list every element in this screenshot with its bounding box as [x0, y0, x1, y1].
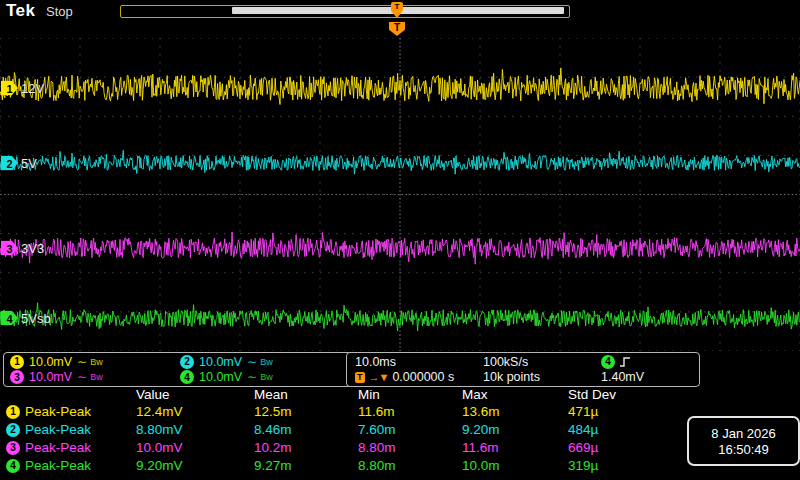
trigger-t-symbol: T: [391, 2, 403, 12]
ch4-badge: 4: [6, 459, 20, 473]
trigger-level-value: 1.40mV: [601, 370, 644, 384]
meas-header-mean: Mean: [254, 386, 358, 403]
ch2-bandwidth-limit-icon: Bw: [260, 355, 273, 367]
ch1-vertical-readout[interactable]: 1 10.0mV ∼ Bw: [10, 355, 180, 369]
ch1-scale-value: 10.0mV: [29, 355, 72, 369]
ch2-ac-coupling-icon: ∼: [247, 355, 257, 369]
meas-name-label: Peak-Peak: [25, 439, 91, 457]
ch1-ground-marker[interactable]: 1 12V: [1, 81, 44, 96]
ch3-ac-coupling-icon: ∼: [77, 370, 87, 384]
acquisition-status: Stop: [46, 4, 73, 19]
trigger-source-badge: 4: [601, 355, 615, 369]
ch2-scale-value: 10.0mV: [199, 355, 242, 369]
ch2-ground-marker[interactable]: 2 5V: [1, 156, 37, 171]
record-length-readout: 10k points: [483, 370, 601, 384]
meas-ch1-min: 11.6m: [358, 403, 462, 421]
graticule[interactable]: [0, 38, 800, 351]
trigger-position-flag[interactable]: T: [389, 22, 405, 36]
meas-ch4-max: 10.0m: [462, 457, 568, 475]
trigger-level-readout[interactable]: 1.40mV: [601, 370, 691, 384]
meas-header-max: Max: [462, 386, 568, 403]
meas-ch1-max: 13.6m: [462, 403, 568, 421]
meas-ch2-value: 8.80mV: [136, 421, 254, 439]
meas-ch2-stddev: 484µ: [568, 421, 684, 439]
ch3-scale-value: 10.0mV: [29, 370, 72, 384]
ch2-badge: 2: [180, 355, 194, 369]
meas-name-label: Peak-Peak: [25, 421, 91, 439]
trigger-source-readout[interactable]: 4: [601, 355, 691, 369]
meas-row-ch4-name: 4 Peak-Peak: [6, 457, 136, 475]
vertical-readouts: 1 10.0mV ∼ Bw 2 10.0mV ∼ Bw 3 10.0mV ∼ B…: [3, 352, 357, 387]
ch3-ground-marker[interactable]: 3 3V3: [1, 241, 44, 256]
horizontal-scale-value: 10.0ms: [355, 355, 396, 369]
ch1-badge: 1: [10, 355, 24, 369]
meas-ch3-min: 8.80m: [358, 439, 462, 457]
meas-ch3-mean: 10.2m: [254, 439, 358, 457]
trigger-arrows-icon: →▼: [369, 371, 389, 383]
time-value: 16:50:49: [718, 442, 769, 457]
meas-header-min: Min: [358, 386, 462, 403]
meas-ch2-mean: 8.46m: [254, 421, 358, 439]
meas-ch2-max: 9.20m: [462, 421, 568, 439]
ch3-badge: 3: [6, 441, 20, 455]
trigger-delay-value: 0.000000 s: [392, 370, 454, 384]
rising-edge-icon: [619, 355, 631, 369]
meas-ch4-stddev: 319µ: [568, 457, 684, 475]
ch2-label: 5V: [21, 156, 37, 171]
ch3-badge: 3: [10, 370, 24, 384]
ch2-vertical-readout[interactable]: 2 10.0mV ∼ Bw: [180, 355, 350, 369]
meas-ch4-mean: 9.27m: [254, 457, 358, 475]
ch3-marker-badge: 3: [1, 241, 18, 256]
ch1-bandwidth-limit-icon: Bw: [90, 355, 103, 367]
ch4-scale-value: 10.0mV: [199, 370, 242, 384]
meas-name-label: Peak-Peak: [25, 457, 91, 475]
ch4-label: 5Vsb: [21, 311, 51, 326]
measurement-table: Value Mean Min Max Std Dev 1 Peak-Peak 1…: [6, 386, 684, 475]
ch1-label: 12V: [21, 81, 44, 96]
oscilloscope-screen: Tek Stop T T 1 12V 2 5V 3 3V3 4 5Vsb 1 1…: [0, 0, 800, 480]
ch1-ac-coupling-icon: ∼: [77, 355, 87, 369]
ch3-label: 3V3: [21, 241, 44, 256]
meas-ch4-min: 8.80m: [358, 457, 462, 475]
sample-rate-readout: 100kS/s: [483, 355, 601, 369]
meas-ch2-min: 7.60m: [358, 421, 462, 439]
sample-rate-value: 100kS/s: [483, 355, 528, 369]
ch1-badge: 1: [6, 405, 20, 419]
horizontal-scale-readout[interactable]: 10.0ms: [355, 355, 483, 369]
meas-ch1-mean: 12.5m: [254, 403, 358, 421]
trigger-down-arrow-icon: [392, 12, 402, 18]
meas-row-ch3-name: 3 Peak-Peak: [6, 439, 136, 457]
meas-header-spacer: [6, 386, 136, 403]
ch3-bandwidth-limit-icon: Bw: [90, 370, 103, 382]
record-length-value: 10k points: [483, 370, 540, 384]
record-bar-trigger-marker[interactable]: T: [391, 2, 403, 18]
meas-ch1-stddev: 471µ: [568, 403, 684, 421]
meas-row-ch2-name: 2 Peak-Peak: [6, 421, 136, 439]
meas-ch3-max: 11.6m: [462, 439, 568, 457]
meas-header-stddev: Std Dev: [568, 386, 684, 403]
ch4-bandwidth-limit-icon: Bw: [260, 370, 273, 382]
ch3-waveform[interactable]: [0, 232, 800, 264]
ch2-badge: 2: [6, 423, 20, 437]
meas-ch4-value: 9.20mV: [136, 457, 254, 475]
date-value: 8 Jan 2026: [711, 426, 775, 441]
ch1-marker-badge: 1: [1, 81, 18, 96]
meas-ch3-stddev: 669µ: [568, 439, 684, 457]
ch4-vertical-readout[interactable]: 4 10.0mV ∼ Bw: [180, 370, 350, 384]
ch4-badge: 4: [180, 370, 194, 384]
record-view-bar[interactable]: [120, 5, 570, 18]
meas-ch3-value: 10.0mV: [136, 439, 254, 457]
ch4-marker-badge: 4: [1, 311, 18, 326]
meas-ch1-value: 12.4mV: [136, 403, 254, 421]
tek-logo: Tek: [6, 1, 36, 21]
horizontal-trigger-readouts: 10.0ms 100kS/s 4 T →▼ 0.000000 s 10k poi…: [346, 352, 700, 387]
meas-name-label: Peak-Peak: [25, 403, 91, 421]
ch3-vertical-readout[interactable]: 3 10.0mV ∼ Bw: [10, 370, 180, 384]
trigger-t-icon: T: [355, 372, 365, 383]
ch4-ground-marker[interactable]: 4 5Vsb: [1, 311, 51, 326]
datetime-box: 8 Jan 2026 16:50:49: [687, 416, 800, 466]
meas-header-value: Value: [136, 386, 254, 403]
ch2-marker-badge: 2: [1, 156, 18, 171]
trigger-delay-readout[interactable]: T →▼ 0.000000 s: [355, 370, 483, 384]
ch4-ac-coupling-icon: ∼: [247, 370, 257, 384]
